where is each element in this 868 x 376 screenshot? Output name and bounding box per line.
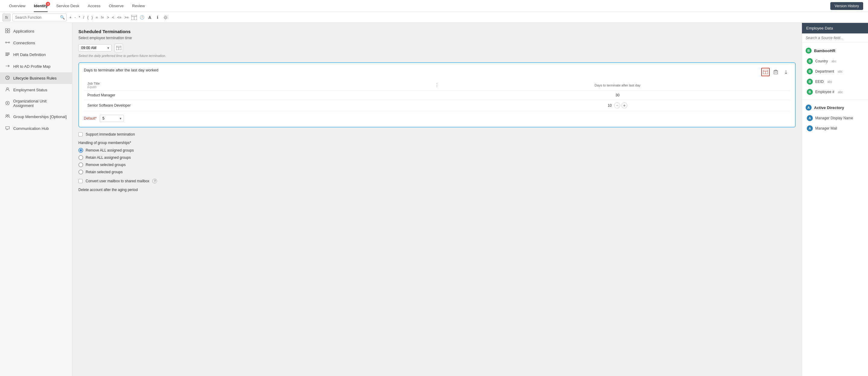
dept-label: Department — [815, 69, 834, 73]
op-slash[interactable]: / — [82, 15, 85, 20]
col-job-title: Job Title Equals — [84, 80, 429, 91]
sort-icon[interactable] — [782, 68, 790, 76]
convert-mailbox-label: Convert user mailbox to shared mailbox — [86, 179, 149, 183]
sidebar-item-employment[interactable]: Employment Status — [0, 84, 72, 96]
table-row: Product Manager 30 — [84, 91, 790, 100]
svg-rect-10 — [5, 53, 10, 53]
settings-icon[interactable] — [162, 14, 169, 21]
radio-remove-selected: Remove selected groups — [79, 162, 796, 167]
op-gte[interactable]: >= — [124, 15, 130, 20]
sidebar-item-comm-hub[interactable]: Communication Hub — [0, 123, 72, 134]
radio-remove-all-label: Remove ALL assigned groups — [86, 148, 134, 152]
delete-row-icon[interactable] — [772, 68, 780, 76]
fx-label: fx — [2, 13, 10, 22]
search-function-wrap: 🔍 — [12, 13, 67, 22]
text-icon[interactable]: A — [147, 14, 153, 21]
sidebar-item-hr-to-ad[interactable]: HR to AD Profile Map — [0, 61, 72, 72]
op-lparen[interactable]: ( — [86, 15, 89, 20]
default-select[interactable]: 5 — [100, 115, 124, 122]
col-menu[interactable]: ⋮ — [429, 80, 445, 91]
info-icon[interactable]: ℹ — [154, 14, 161, 21]
source-search-input[interactable] — [802, 33, 868, 43]
radio-retain-selected: Retain selected groups — [79, 170, 796, 174]
rp-mgr-display[interactable]: A Manager Display Name — [802, 113, 868, 123]
version-history-button[interactable]: Version History — [830, 2, 863, 10]
radio-remove-selected-btn[interactable] — [79, 162, 83, 167]
op-rparen[interactable]: ) — [90, 15, 93, 20]
radio-retain-all-label: Retain ALL assigned groups — [86, 156, 131, 160]
row-menu-2[interactable] — [429, 100, 445, 111]
radio-remove-selected-label: Remove selected groups — [86, 163, 126, 167]
svg-rect-4 — [5, 29, 7, 30]
days-table: Job Title Equals ⋮ Days to terminate aft… — [84, 80, 790, 111]
radio-remove-all: Remove ALL assigned groups — [79, 148, 796, 153]
op-lte[interactable]: <= — [116, 15, 122, 20]
sidebar-item-applications[interactable]: Applications — [0, 25, 72, 37]
nav-service-desk[interactable]: Service Desk — [52, 0, 84, 12]
radio-retain-all: Retain ALL assigned groups — [79, 155, 796, 160]
nav-review[interactable]: Review — [128, 0, 149, 12]
bamboohr-label: BambooHR — [814, 48, 835, 53]
top-nav: Overview Identity 0 Service Desk Access … — [0, 0, 868, 12]
support-immediate-checkbox[interactable] — [79, 132, 83, 136]
dept-tag: abc — [838, 70, 843, 73]
table-icon[interactable] — [131, 14, 137, 21]
remove-row-button[interactable]: − — [614, 102, 620, 108]
time-grid-icon[interactable] — [115, 44, 123, 52]
rp-mgr-mail[interactable]: A Manager Mail — [802, 123, 868, 133]
op-notequals[interactable]: != — [100, 15, 104, 20]
time-select[interactable]: 09:00 AM — [79, 44, 112, 52]
bamboohr-header: B BambooHR — [802, 45, 868, 56]
sidebar-item-lifecycle[interactable]: Lifecycle Business Rules — [0, 72, 72, 84]
days-table-title: Days to terminate after the last day wor… — [84, 68, 158, 72]
nav-observe[interactable]: Observe — [104, 0, 128, 12]
convert-mailbox-checkbox[interactable] — [79, 179, 83, 183]
op-plus[interactable]: + — [68, 15, 72, 20]
op-asterisk[interactable]: * — [78, 15, 81, 20]
radio-retain-selected-btn[interactable] — [79, 170, 83, 174]
nav-access[interactable]: Access — [84, 0, 104, 12]
groups-icon — [5, 114, 10, 119]
op-lt[interactable]: < — [111, 15, 115, 20]
sidebar-item-connections[interactable]: Connections — [0, 37, 72, 49]
op-gt[interactable]: > — [106, 15, 110, 20]
sidebar-item-groups[interactable]: Group Memberships [Optional] — [0, 111, 72, 123]
rp-employee-num[interactable]: B Employee # abc — [802, 87, 868, 97]
section-subtitle: Select employee termination time — [79, 36, 796, 40]
nav-identity[interactable]: Identity 0 — [30, 0, 52, 12]
svg-rect-27 — [775, 70, 777, 71]
bamboohr-section: B BambooHR B Country abc B Department ab… — [802, 43, 868, 99]
time-note: Select the daily preferred time to perfo… — [79, 54, 796, 58]
op-minus[interactable]: - — [73, 15, 76, 20]
rp-department[interactable]: B Department abc — [802, 66, 868, 76]
mailbox-info-icon[interactable]: ? — [152, 179, 157, 183]
formula-bar: fx 🔍 + - * / ( ) = != > < <= >= 🕐 A ℹ — [0, 12, 868, 23]
search-function-input[interactable] — [12, 13, 67, 22]
section-title: Scheduled Terminations — [79, 29, 796, 34]
row-menu-1[interactable] — [429, 91, 445, 100]
clock-icon[interactable]: 🕐 — [139, 14, 145, 21]
op-equals[interactable]: = — [95, 15, 99, 20]
convert-mailbox-row: Convert user mailbox to shared mailbox ? — [79, 179, 796, 183]
formula-operators: + - * / ( ) = != > < <= >= 🕐 A ℹ — [68, 14, 168, 21]
svg-rect-11 — [5, 54, 10, 55]
default-label: Default* — [84, 116, 97, 121]
row-2-actions: − + — [614, 102, 627, 108]
sidebar-item-hr-data[interactable]: HR Data Definition — [0, 49, 72, 61]
svg-point-3 — [165, 16, 166, 19]
nav-overview[interactable]: Overview — [5, 0, 30, 12]
svg-point-16 — [7, 102, 8, 104]
svg-rect-12 — [5, 55, 8, 56]
table-view-icon[interactable] — [761, 68, 770, 76]
lifecycle-icon — [5, 75, 10, 81]
search-icon[interactable]: 🔍 — [60, 15, 65, 20]
svg-rect-25 — [774, 71, 778, 74]
delete-account-label: Delete account after the aging period — [79, 188, 796, 192]
bamboohr-dot: B — [806, 47, 812, 54]
rp-eeid[interactable]: B EEID abc — [802, 76, 868, 87]
sidebar-item-ou[interactable]: Organizational Unit Assignment — [0, 96, 72, 111]
rp-country[interactable]: B Country abc — [802, 56, 868, 66]
radio-remove-all-btn[interactable] — [79, 148, 83, 153]
radio-retain-all-btn[interactable] — [79, 155, 83, 160]
add-row-button[interactable]: + — [621, 102, 627, 108]
